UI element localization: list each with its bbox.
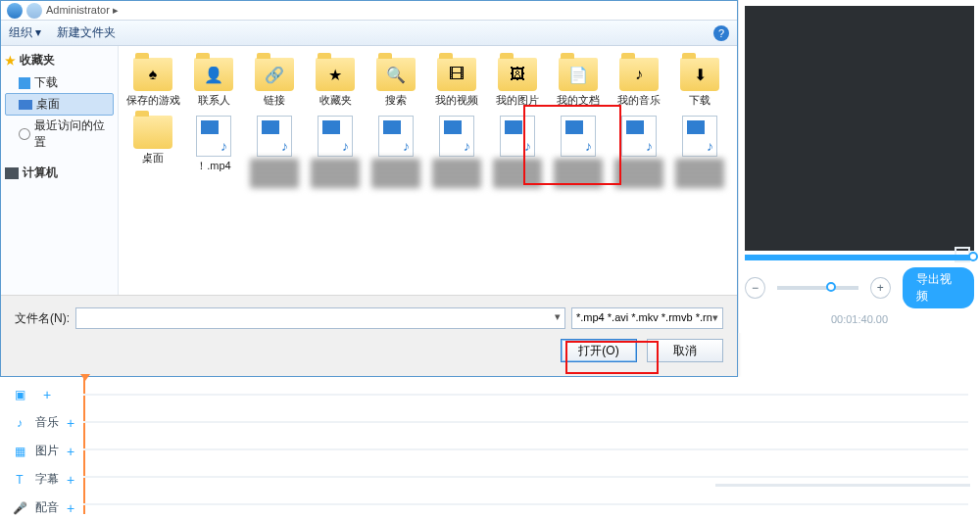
track-label: 音乐 (35, 414, 59, 431)
add-track-icon[interactable]: + (67, 444, 74, 459)
folder-item[interactable]: 🔍搜索 (366, 58, 426, 108)
zoom-in-button[interactable]: + (870, 277, 891, 299)
folder-icon: ★ (316, 58, 355, 91)
track-header[interactable]: 🎤配音+ (12, 499, 74, 516)
sidebar-item-recent[interactable]: 最近访问的位置 (5, 116, 114, 153)
dialog-bottom-bar: 文件名(N): *.mp4 *.avi *.mkv *.rmvb *.rn 打开… (1, 295, 737, 376)
nav-back-icon[interactable] (7, 3, 23, 19)
video-file-item[interactable] (244, 116, 305, 188)
video-file-item[interactable] (669, 116, 730, 188)
video-file-icon (257, 116, 292, 157)
grid-row: 桌面！.mp4 (122, 112, 733, 192)
folder-item[interactable]: 🖼我的图片 (487, 58, 548, 108)
track-header[interactable]: ♪音乐+ (12, 414, 74, 431)
video-file-item[interactable]: ！.mp4 (183, 116, 244, 188)
sidebar-favorites-head[interactable]: ★ 收藏夹 (5, 52, 114, 69)
folder-icon: 📄 (559, 58, 598, 91)
grid-row: ♠保存的游戏👤联系人🔗链接★收藏夹🔍搜索🎞我的视频🖼我的图片📄我的文档♪我的音乐… (122, 54, 733, 112)
track-lane[interactable] (83, 503, 968, 505)
folder-label: 我的图片 (496, 93, 539, 108)
cancel-button[interactable]: 取消 (647, 339, 723, 362)
file-type-dropdown[interactable]: *.mp4 *.avi *.mkv *.rmvb *.rn (571, 307, 723, 329)
folder-label: 搜索 (385, 93, 407, 108)
zoom-slider[interactable] (777, 286, 858, 290)
track-lane[interactable] (83, 476, 968, 478)
track-lane[interactable] (83, 421, 968, 423)
folder-label: 收藏夹 (319, 93, 352, 108)
star-icon: ★ (5, 54, 16, 68)
file-label-blurred (432, 159, 481, 188)
folder-item[interactable]: 🎞我的视频 (426, 58, 487, 108)
recent-icon (19, 128, 30, 140)
video-file-icon (682, 116, 717, 157)
track-type-icon: T (12, 473, 27, 487)
export-video-button[interactable]: 导出视频 (903, 267, 974, 308)
desktop-icon (19, 100, 32, 110)
folder-label: 链接 (264, 93, 285, 108)
timecode-label: 00:01:40.00 (739, 313, 980, 325)
folder-item[interactable]: 🔗链接 (244, 58, 305, 108)
timeline-editor (0, 377, 980, 518)
nav-fwd-icon[interactable] (26, 3, 42, 19)
progress-knob-icon[interactable] (968, 252, 978, 261)
dialog-body: ★ 收藏夹 下载 桌面 最近访问的位置 (1, 46, 737, 295)
track-type-icon: 🎤 (12, 501, 27, 515)
video-file-item[interactable] (366, 116, 426, 188)
track-header[interactable]: ▦图片+ (12, 443, 74, 459)
video-file-item[interactable] (305, 116, 366, 188)
file-label-blurred (311, 159, 360, 188)
timeline-scrollbar[interactable] (715, 484, 970, 487)
video-file-icon (621, 116, 657, 157)
organize-menu[interactable]: 组织 ▾ (9, 24, 41, 41)
folder-icon: ♠ (133, 58, 172, 91)
file-label-blurred (250, 159, 299, 188)
open-button[interactable]: 打开(O) (561, 339, 637, 362)
track-label: 图片 (35, 443, 59, 459)
folder-icon: 🖼 (498, 58, 537, 91)
file-label: ！.mp4 (196, 159, 230, 173)
video-viewport[interactable] (745, 6, 974, 251)
dialog-toolbar: 组织 ▾ 新建文件夹 ? (1, 21, 737, 46)
video-file-icon (318, 116, 353, 157)
folder-item[interactable]: ★收藏夹 (305, 58, 366, 108)
video-file-item[interactable] (548, 116, 609, 188)
add-track-icon[interactable]: + (43, 387, 51, 402)
folder-item[interactable]: ♪我的音乐 (609, 58, 669, 108)
video-file-item[interactable] (609, 116, 669, 188)
folder-item[interactable]: 👤联系人 (183, 58, 244, 108)
folder-icon: 🔗 (255, 58, 294, 91)
folder-item[interactable]: ⬇下载 (669, 58, 730, 108)
file-name-input[interactable] (75, 307, 565, 329)
playhead-indicator[interactable] (83, 377, 85, 514)
sidebar-computer-head[interactable]: 计算机 (5, 165, 114, 181)
track-header[interactable]: T字幕+ (12, 471, 74, 488)
folder-item[interactable]: ♠保存的游戏 (122, 58, 183, 108)
sidebar-item-downloads[interactable]: 下载 (5, 72, 114, 93)
help-icon[interactable]: ? (713, 25, 729, 41)
video-preview-panel: − + 导出视频 00:01:40.00 (738, 0, 980, 333)
track-label: 字幕 (35, 471, 59, 488)
video-file-item[interactable] (487, 116, 548, 188)
sidebar-item-desktop[interactable]: 桌面 (5, 93, 114, 116)
track-header[interactable]: ▣+ (12, 387, 74, 402)
track-lane[interactable] (83, 448, 968, 450)
add-track-icon[interactable]: + (67, 472, 74, 488)
folder-item[interactable]: 📄我的文档 (548, 58, 609, 108)
file-grid: ♠保存的游戏👤联系人🔗链接★收藏夹🔍搜索🎞我的视频🖼我的图片📄我的文档♪我的音乐… (119, 46, 737, 295)
folder-icon: ⬇ (680, 58, 719, 91)
new-folder-button[interactable]: 新建文件夹 (57, 24, 116, 41)
video-progress-bar[interactable] (745, 255, 974, 260)
file-label-blurred (493, 159, 542, 188)
add-track-icon[interactable]: + (67, 500, 74, 516)
computer-icon (5, 167, 19, 179)
add-track-icon[interactable]: + (67, 415, 74, 431)
folder-item[interactable]: 桌面 (122, 116, 183, 188)
zoom-out-button[interactable]: − (745, 277, 765, 299)
track-lane[interactable] (83, 394, 968, 396)
file-label-blurred (614, 159, 663, 188)
file-open-dialog: Administrator ▸ 组织 ▾ 新建文件夹 ? ★ 收藏夹 下载 桌面 (0, 0, 738, 377)
video-file-item[interactable] (426, 116, 487, 188)
file-label-blurred (554, 159, 603, 188)
folder-label: 联系人 (198, 93, 230, 108)
folder-label: 桌面 (142, 151, 164, 165)
